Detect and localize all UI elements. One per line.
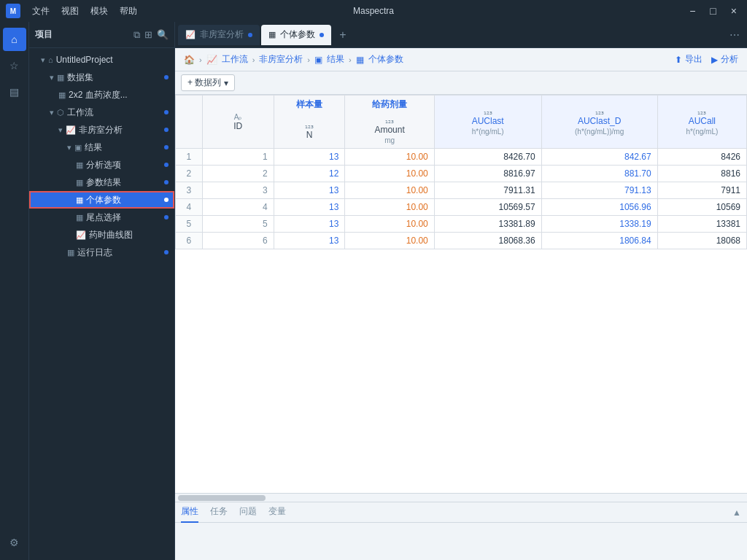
analyze-button[interactable]: ▶ 分析 — [711, 53, 738, 66]
bottom-tab-issues[interactable]: 问题 — [239, 502, 257, 523]
cell-auclast-d: 1056.96 — [541, 199, 657, 216]
menu-help[interactable]: 帮助 — [120, 5, 137, 18]
breadcrumb-actions: ⬆ 导出 ▶ 分析 — [675, 53, 738, 66]
close-button[interactable]: × — [727, 4, 741, 18]
tree-item-pk-curve[interactable]: 📈 药时曲线图 — [29, 226, 174, 244]
cell-aucall: 8816 — [657, 166, 746, 182]
menu-view[interactable]: 视图 — [61, 5, 79, 18]
cell-n: 13 — [274, 149, 345, 166]
table-icon: ▦ — [67, 248, 74, 257]
col-header-id[interactable]: Aₚ ID — [202, 96, 274, 149]
cell-amount: 10.00 — [345, 182, 434, 199]
table-icon: ▦ — [76, 160, 83, 170]
col-aucall-unit: h*(ng/mL) — [686, 128, 718, 136]
tab-more-button[interactable]: ⋯ — [725, 29, 744, 41]
nav-star[interactable]: ☆ — [3, 54, 26, 77]
col-sub-amount[interactable]: ₁₂₃ Amount mg — [345, 114, 434, 149]
bottom-tab-variables[interactable]: 变量 — [268, 502, 286, 523]
col-header-auclast-d[interactable]: ₁₂₃ AUClast_D (h*(ng/mL))/mg — [541, 96, 657, 149]
col-auclastd-label: AUClast_D — [578, 116, 621, 126]
tree-item-untitled[interactable]: ▾ ⌂ UntitledProject — [29, 51, 174, 69]
col-header-auclast[interactable]: ₁₂₃ AUClast h*(ng/mL) — [434, 96, 541, 149]
menu-file[interactable]: 文件 — [32, 5, 50, 18]
tree-dot — [164, 128, 169, 132]
main-layout: ⌂ ☆ ▤ ⚙ 项目 ⧉ ⊞ 🔍 ▾ ⌂ UntitledProject ▾ ▦ — [0, 22, 747, 560]
tree-item-param-results[interactable]: ▦ 参数结果 — [29, 174, 174, 191]
nav-home[interactable]: ⌂ — [3, 28, 26, 51]
cell-n: 13 — [274, 216, 345, 233]
tree-label: 分析选项 — [86, 159, 121, 171]
project-panel: 项目 ⧉ ⊞ 🔍 ▾ ⌂ UntitledProject ▾ ▦ 数据集 — [29, 22, 175, 560]
workflow-icon: ⬡ — [57, 108, 64, 117]
tree-item-analysis-opts[interactable]: ▦ 分析选项 — [29, 156, 174, 174]
col-group-samples: 样本量 — [274, 96, 345, 114]
tab-noncomp[interactable]: 📈 非房室分析 — [178, 25, 260, 45]
export-button[interactable]: ⬆ 导出 — [675, 53, 703, 66]
table-row[interactable]: 2 2 12 10.00 8816.97 881.70 8816 — [176, 166, 747, 182]
type-icon: ₁₂₃ — [280, 122, 339, 130]
scroll-thumb[interactable] — [178, 495, 266, 501]
cell-n: 13 — [274, 182, 345, 199]
cell-auclast: 18068.36 — [434, 233, 541, 249]
collapse-button[interactable]: ▲ — [732, 508, 741, 518]
breadcrumb-results[interactable]: 结果 — [327, 53, 344, 66]
breadcrumb-chart-icon: 📈 — [206, 55, 217, 65]
tree-item-dataset[interactable]: ▾ ▦ 数据集 — [29, 69, 174, 86]
tree-item-endpoint-select[interactable]: ▦ 尾点选择 — [29, 209, 174, 226]
tree-item-data2x2[interactable]: ▦ 2x2 血药浓度... — [29, 86, 174, 104]
tree-item-noncomp[interactable]: ▾ 📈 非房室分析 — [29, 121, 174, 139]
cell-aucall: 13381 — [657, 216, 746, 233]
cell-rownum: 5 — [176, 216, 203, 233]
col-group-dose: 给药剂量 — [345, 96, 434, 114]
tab-add-button[interactable]: + — [333, 25, 353, 45]
minimize-button[interactable]: − — [685, 4, 700, 18]
tree-item-individual-params[interactable]: ▦ 个体参数 — [29, 191, 174, 209]
bottom-tab-properties[interactable]: 属性 — [181, 502, 198, 523]
window-title: Maspectra — [353, 6, 394, 16]
tree-item-workflow[interactable]: ▾ ⬡ 工作流 — [29, 104, 174, 121]
menu-module[interactable]: 模块 — [90, 5, 108, 18]
breadcrumb-sep: › — [199, 55, 202, 64]
nav-settings[interactable]: ⚙ — [3, 531, 26, 554]
add-column-button[interactable]: + 数据列 ▾ — [181, 74, 235, 91]
table-row[interactable]: 6 6 13 10.00 18068.36 1806.84 18068 — [176, 233, 747, 249]
type-icon: Aₚ — [209, 113, 268, 121]
col-sub-n[interactable]: ₁₂₃ N — [274, 114, 345, 149]
table-row[interactable]: 4 4 13 10.00 10569.57 1056.96 10569 — [176, 199, 747, 216]
project-icon-2[interactable]: ⊞ — [144, 29, 152, 41]
title-bar-left: M 文件 视图 模块 帮助 — [6, 4, 137, 18]
breadcrumb-noncomp[interactable]: 非房室分析 — [259, 53, 303, 66]
cell-rownum: 1 — [176, 149, 203, 166]
bottom-content — [175, 523, 747, 560]
bottom-tab-tasks[interactable]: 任务 — [210, 502, 228, 523]
breadcrumb-home[interactable]: 🏠 — [184, 55, 195, 65]
tree-label: 工作流 — [67, 106, 93, 119]
cell-n: 13 — [274, 233, 345, 249]
horizontal-scrollbar[interactable] — [175, 493, 747, 502]
tree-item-results[interactable]: ▾ ▣ 结果 — [29, 139, 174, 156]
cell-aucall: 7911 — [657, 182, 746, 199]
tab-individual[interactable]: ▦ 个体参数 — [261, 25, 331, 45]
cell-amount: 10.00 — [345, 216, 434, 233]
maximize-button[interactable]: □ — [705, 4, 720, 18]
tree-dot — [164, 250, 169, 254]
table-row[interactable]: 5 5 13 10.00 13381.89 1338.19 13381 — [176, 216, 747, 233]
tree-item-run-log[interactable]: ▦ 运行日志 — [29, 244, 174, 261]
project-search-icon[interactable]: 🔍 — [157, 29, 169, 41]
breadcrumb-table-icon2: ▦ — [356, 55, 364, 65]
col-header-aucall[interactable]: ₁₂₃ AUCall h*(ng/mL) — [657, 96, 746, 149]
tree-expand-icon: ▾ — [41, 55, 45, 65]
tree-dot — [164, 163, 169, 167]
project-icon-1[interactable]: ⧉ — [133, 29, 140, 41]
breadcrumb-current[interactable]: 个体参数 — [368, 53, 403, 66]
nav-folder[interactable]: ▤ — [3, 80, 26, 104]
table-row[interactable]: 3 3 13 10.00 7911.31 791.13 7911 — [176, 182, 747, 199]
cell-id: 5 — [202, 216, 274, 233]
tree-expand-icon: ▾ — [50, 108, 54, 117]
table-row[interactable]: 1 1 13 10.00 8426.70 842.67 8426 — [176, 149, 747, 166]
toolbar: + 数据列 ▾ — [175, 71, 747, 95]
breadcrumb-workflow[interactable]: 工作流 — [222, 53, 248, 66]
chart-icon: 📈 — [185, 30, 196, 39]
tree-label: 个体参数 — [86, 194, 121, 206]
cell-rownum: 2 — [176, 166, 203, 182]
